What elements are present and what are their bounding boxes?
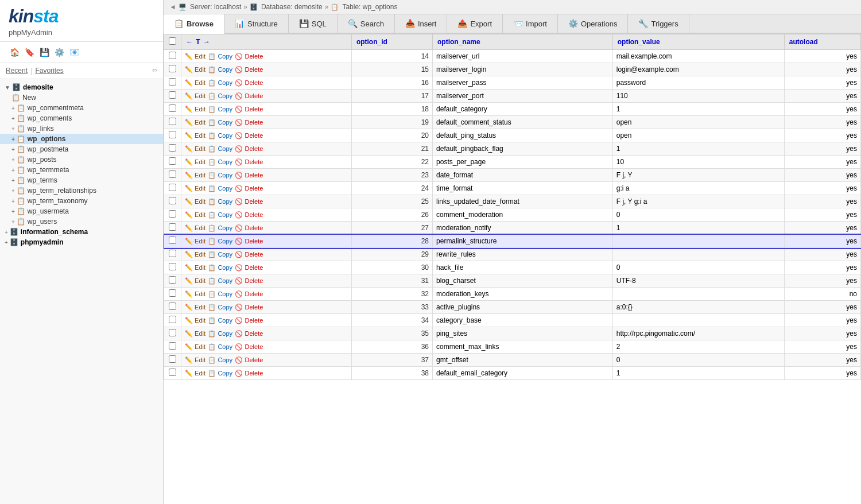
- col-header-autoload[interactable]: autoload: [784, 34, 860, 50]
- sidebar-item-wp-terms[interactable]: + 📋 wp_terms: [0, 175, 163, 185]
- sidebar-item-wp-comments[interactable]: + 📋 wp_comments: [0, 113, 163, 123]
- edit-button[interactable]: ✏️ Edit: [185, 277, 205, 284]
- edit-button[interactable]: ✏️ Edit: [185, 251, 205, 258]
- delete-button[interactable]: 🚫 Delete: [235, 198, 263, 205]
- delete-button[interactable]: 🚫 Delete: [235, 224, 263, 231]
- delete-button[interactable]: 🚫 Delete: [235, 264, 263, 271]
- save-icon[interactable]: 💾: [38, 46, 50, 58]
- copy-button[interactable]: 📋 Copy: [208, 53, 232, 60]
- copy-button[interactable]: 📋 Copy: [208, 145, 232, 152]
- copy-button[interactable]: 📋 Copy: [208, 330, 232, 337]
- delete-button[interactable]: 🚫 Delete: [235, 290, 263, 297]
- row-checkbox[interactable]: [169, 223, 176, 231]
- sidebar-item-wp-posts[interactable]: + 📋 wp_posts: [0, 154, 163, 165]
- favorites-link[interactable]: Favorites: [35, 67, 63, 75]
- row-checkbox[interactable]: [169, 276, 176, 284]
- delete-button[interactable]: 🚫 Delete: [235, 53, 263, 60]
- edit-button[interactable]: ✏️ Edit: [185, 145, 205, 152]
- delete-button[interactable]: 🚫 Delete: [235, 66, 263, 73]
- copy-button[interactable]: 📋 Copy: [208, 79, 232, 86]
- delete-button[interactable]: 🚫 Delete: [235, 330, 263, 337]
- delete-button[interactable]: 🚫 Delete: [235, 356, 263, 363]
- edit-button[interactable]: ✏️ Edit: [185, 330, 205, 337]
- delete-button[interactable]: 🚫 Delete: [235, 145, 263, 152]
- edit-button[interactable]: ✏️ Edit: [185, 172, 205, 179]
- sidebar-item-new[interactable]: 📋 New: [0, 92, 163, 103]
- edit-button[interactable]: ✏️ Edit: [185, 119, 205, 126]
- bookmark-icon[interactable]: 🔖: [24, 46, 35, 58]
- edit-button[interactable]: ✏️ Edit: [185, 53, 205, 60]
- edit-button[interactable]: ✏️ Edit: [185, 106, 205, 113]
- row-checkbox[interactable]: [169, 184, 176, 191]
- copy-button[interactable]: 📋 Copy: [208, 304, 232, 311]
- delete-button[interactable]: 🚫 Delete: [235, 119, 263, 126]
- edit-button[interactable]: ✏️ Edit: [185, 79, 205, 86]
- edit-button[interactable]: ✏️ Edit: [185, 238, 205, 245]
- col-header-option-name[interactable]: option_name: [433, 34, 613, 50]
- sidebar-item-phpmyadmin[interactable]: + 🗄️ phpmyadmin: [0, 237, 163, 247]
- edit-button[interactable]: ✏️ Edit: [185, 290, 205, 297]
- email-icon[interactable]: 📧: [68, 46, 80, 58]
- recent-link[interactable]: Recent: [6, 67, 28, 75]
- row-checkbox[interactable]: [169, 263, 176, 270]
- edit-button[interactable]: ✏️ Edit: [185, 304, 205, 311]
- copy-button[interactable]: 📋 Copy: [208, 264, 232, 271]
- delete-button[interactable]: 🚫 Delete: [235, 185, 263, 192]
- tab-triggers[interactable]: 🔧 Triggers: [628, 14, 689, 33]
- edit-button[interactable]: ✏️ Edit: [185, 92, 205, 99]
- copy-button[interactable]: 📋 Copy: [208, 158, 232, 165]
- toolbar-check[interactable]: T: [196, 38, 200, 46]
- edit-button[interactable]: ✏️ Edit: [185, 370, 205, 377]
- copy-button[interactable]: 📋 Copy: [208, 172, 232, 179]
- delete-button[interactable]: 🚫 Delete: [235, 277, 263, 284]
- gear-icon[interactable]: ⚙️: [53, 46, 65, 58]
- row-checkbox[interactable]: [169, 170, 176, 178]
- edit-button[interactable]: ✏️ Edit: [185, 132, 205, 139]
- edit-button[interactable]: ✏️ Edit: [185, 158, 205, 165]
- edit-button[interactable]: ✏️ Edit: [185, 211, 205, 218]
- row-checkbox[interactable]: [169, 104, 176, 112]
- copy-button[interactable]: 📋 Copy: [208, 66, 232, 73]
- collapse-icon[interactable]: ⇔: [152, 67, 157, 75]
- tab-export[interactable]: 📤 Export: [447, 14, 503, 33]
- delete-button[interactable]: 🚫 Delete: [235, 304, 263, 311]
- row-checkbox[interactable]: [169, 52, 176, 59]
- tab-search[interactable]: 🔍 Search: [338, 14, 395, 33]
- row-checkbox[interactable]: [169, 250, 176, 257]
- delete-button[interactable]: 🚫 Delete: [235, 132, 263, 139]
- copy-button[interactable]: 📋 Copy: [208, 185, 232, 192]
- copy-button[interactable]: 📋 Copy: [208, 224, 232, 231]
- delete-button[interactable]: 🚫 Delete: [235, 251, 263, 258]
- sidebar-item-wp-term-relationships[interactable]: + 📋 wp_term_relationships: [0, 185, 163, 196]
- delete-button[interactable]: 🚫 Delete: [235, 211, 263, 218]
- sidebar-item-wp-termmeta[interactable]: + 📋 wp_termmeta: [0, 165, 163, 175]
- copy-button[interactable]: 📋 Copy: [208, 277, 232, 284]
- row-checkbox[interactable]: [169, 237, 176, 244]
- row-checkbox[interactable]: [169, 369, 176, 376]
- row-checkbox[interactable]: [169, 303, 176, 310]
- edit-button[interactable]: ✏️ Edit: [185, 224, 205, 231]
- row-checkbox[interactable]: [169, 355, 176, 363]
- edit-button[interactable]: ✏️ Edit: [185, 317, 205, 324]
- row-checkbox[interactable]: [169, 144, 176, 152]
- row-checkbox[interactable]: [169, 342, 176, 350]
- sidebar-item-wp-links[interactable]: + 📋 wp_links: [0, 123, 163, 134]
- copy-button[interactable]: 📋 Copy: [208, 211, 232, 218]
- tab-structure[interactable]: 📊 Structure: [224, 14, 289, 33]
- tab-insert[interactable]: 📥 Insert: [395, 14, 448, 33]
- row-checkbox[interactable]: [169, 329, 176, 336]
- copy-button[interactable]: 📋 Copy: [208, 370, 232, 377]
- edit-button[interactable]: ✏️ Edit: [185, 198, 205, 205]
- row-checkbox[interactable]: [169, 91, 176, 99]
- sidebar-item-wp-postmeta[interactable]: + 📋 wp_postmeta: [0, 144, 163, 154]
- sidebar-item-wp-term-taxonomy[interactable]: + 📋 wp_term_taxonomy: [0, 196, 163, 206]
- delete-button[interactable]: 🚫 Delete: [235, 158, 263, 165]
- delete-button[interactable]: 🚫 Delete: [235, 317, 263, 324]
- delete-button[interactable]: 🚫 Delete: [235, 172, 263, 179]
- select-all-checkbox[interactable]: [169, 37, 176, 45]
- copy-button[interactable]: 📋 Copy: [208, 106, 232, 113]
- delete-button[interactable]: 🚫 Delete: [235, 370, 263, 377]
- row-checkbox[interactable]: [169, 197, 176, 204]
- tab-browse[interactable]: 📋 Browse: [164, 14, 224, 34]
- delete-button[interactable]: 🚫 Delete: [235, 238, 263, 245]
